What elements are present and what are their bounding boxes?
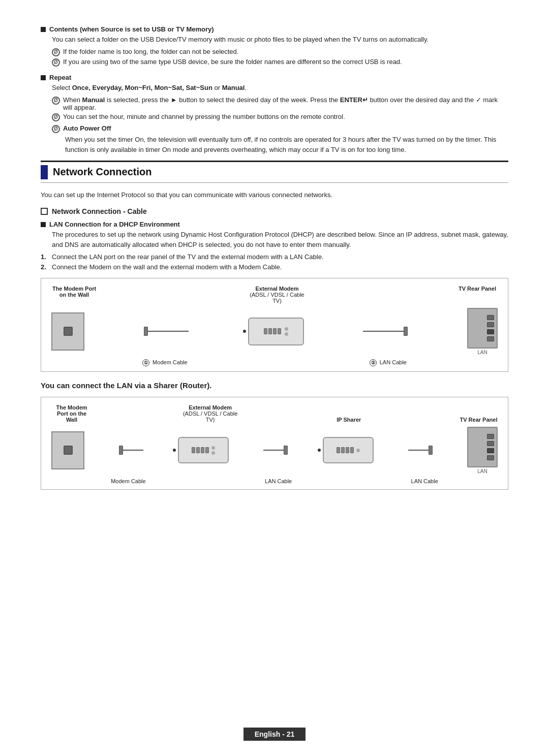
diag2-cable2 (263, 446, 288, 455)
diag1-col3-label: TV Rear Panel (457, 286, 498, 304)
repeat-note1: Ø When Manual is selected, press the ► b… (41, 96, 508, 111)
diag1-col2-sublabel: (ADSL / VDSL / Cable TV) (247, 292, 308, 304)
diag2-col2-label: External Modem (182, 404, 238, 411)
diag2-col4-label: TV Rear Panel (460, 417, 498, 423)
repeat-header: Repeat (41, 74, 508, 81)
step1: 1. Connect the LAN port on the rear pane… (41, 253, 508, 261)
auto-power-row: Ø Auto Power Off (41, 124, 508, 133)
auto-power-body: When you set the timer On, the televisio… (41, 135, 508, 155)
lan-header: LAN Connection for a DHCP Environment (41, 220, 508, 228)
diag2-modem (178, 437, 229, 463)
page-footer: English - 21 (0, 728, 549, 741)
router-heading: You can connect the LAN via a Sharer (Ro… (41, 381, 508, 390)
note-icon5: Ø (52, 125, 60, 133)
diag2-cable2-label: LAN Cable (265, 478, 292, 484)
note-icon4: Ø (52, 113, 60, 121)
diag2-cable1-label: Modem Cable (111, 478, 145, 484)
footer-badge: English - 21 (243, 728, 306, 741)
note-icon2: Ø (52, 58, 60, 67)
diag1-wall (51, 312, 84, 351)
black-square-icon2 (41, 75, 46, 80)
repeat-note2: Ø You can set the hour, minute and chann… (41, 113, 508, 121)
diag1-col2-label: External Modem (247, 286, 308, 292)
section-title: Network Connection (53, 166, 151, 178)
note2-row: Ø If you are using two of the same type … (41, 58, 508, 67)
note1-row: Ø If the folder name is too long, the fo… (41, 48, 508, 56)
diag1-tv: LAN (467, 308, 498, 355)
cable-subsection-label: Network Connection - Cable (41, 207, 508, 215)
checkbox-icon (41, 208, 48, 215)
diag2-cable3 (408, 446, 433, 455)
diag1-cable1 (144, 327, 189, 336)
black-square-icon (41, 27, 46, 32)
diag2-col3-label: IP Sharer (328, 417, 369, 423)
note-icon3: Ø (52, 97, 60, 105)
black-square-icon3 (41, 222, 46, 227)
network-section: Network Connection You can set up the In… (41, 161, 508, 490)
diagram2: The Modem Port on the Wall External Mode… (41, 397, 508, 490)
diag1-modem (248, 318, 304, 345)
contents-body: You can select a folder on the USB Devic… (41, 35, 508, 45)
lan-body: The procedures to set up the network usi… (41, 230, 508, 250)
diag2-wall (51, 431, 84, 469)
diag2-col2-sublabel: (ADSL / VDSL / Cable TV) (182, 411, 238, 423)
repeat-body: Select Once, Everyday, Mon~Fri, Mon~Sat,… (41, 83, 508, 93)
cable-subsection-title: Network Connection - Cable (52, 207, 147, 215)
note-icon: Ø (52, 48, 60, 56)
diag2-router (323, 437, 374, 463)
network-intro: You can set up the Internet Protocol so … (41, 190, 508, 200)
diag1-cable2 (363, 327, 408, 336)
diag2-cable1 (119, 446, 143, 455)
contents-header: Contents (when Source is set to USB or T… (41, 25, 508, 33)
section-accent-bar (41, 165, 48, 179)
step2: 2. Connect the Modem on the wall and the… (41, 263, 508, 271)
top-section: Contents (when Source is set to USB or T… (41, 25, 508, 155)
diag2-cable3-label: LAN Cable (411, 478, 438, 484)
diag2-col1-label: The Modem Port on the Wall (51, 404, 92, 423)
diag1-cable1-label: ① Modem Cable (142, 359, 188, 366)
diag1-col1-label: The Modem Port on the Wall (51, 286, 97, 304)
diag2-tv: LAN (467, 427, 498, 474)
diagram1: The Modem Port on the Wall External Mode… (41, 278, 508, 372)
diag1-cable2-label: ② LAN Cable (370, 359, 407, 366)
section-header: Network Connection (41, 161, 508, 183)
